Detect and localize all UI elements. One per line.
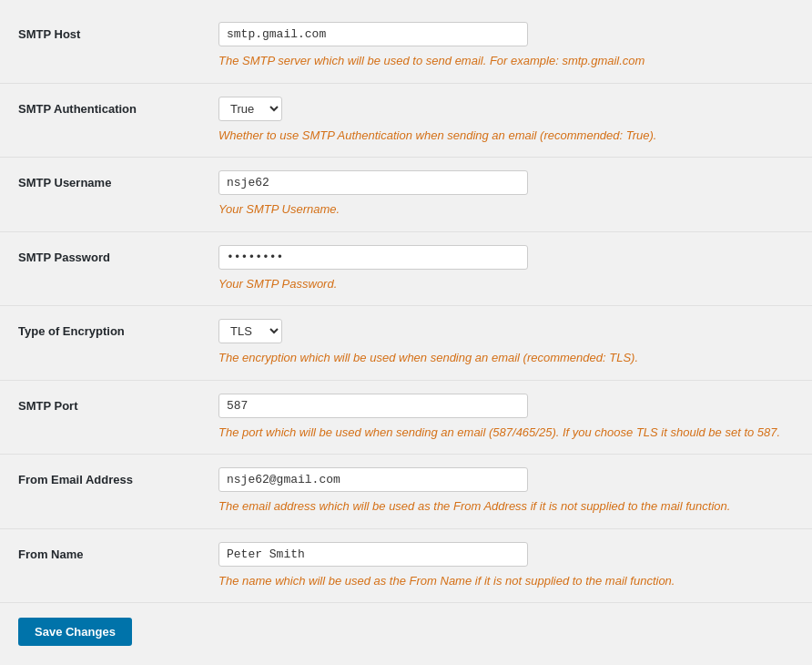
select-smtp-authentication[interactable]: TrueFalse <box>218 97 282 121</box>
save-row: Save Changes <box>0 603 812 660</box>
field-from-email: The email address which will be used as … <box>218 467 794 516</box>
label-smtp-port: SMTP Port <box>18 394 218 413</box>
row-smtp-port: SMTP PortThe port which will be used whe… <box>0 381 812 455</box>
label-from-email: From Email Address <box>18 467 218 486</box>
row-from-email: From Email AddressThe email address whic… <box>0 455 812 529</box>
hint-smtp-port: The port which will be used when sending… <box>218 424 794 442</box>
hint-from-email: The email address which will be used as … <box>218 497 794 516</box>
row-encryption-type: Type of EncryptionTLSSSLNoneThe encrypti… <box>0 306 812 381</box>
hint-smtp-password: Your SMTP Password. <box>218 275 794 293</box>
label-from-name: From Name <box>18 542 218 561</box>
row-smtp-password: SMTP PasswordYour SMTP Password. <box>0 232 812 307</box>
input-smtp-host[interactable] <box>218 22 528 46</box>
input-smtp-port[interactable] <box>218 394 528 418</box>
label-smtp-password: SMTP Password <box>18 245 218 264</box>
field-smtp-host: The SMTP server which will be used to se… <box>218 22 794 70</box>
label-smtp-username: SMTP Username <box>18 170 218 189</box>
input-smtp-username[interactable] <box>218 170 528 195</box>
field-encryption-type: TLSSSLNoneThe encryption which will be u… <box>218 319 794 367</box>
settings-form: SMTP HostThe SMTP server which will be u… <box>0 0 812 665</box>
field-smtp-authentication: TrueFalseWhether to use SMTP Authenticat… <box>218 97 794 145</box>
hint-from-name: The name which will be used as the From … <box>218 572 794 590</box>
input-from-name[interactable] <box>218 542 528 567</box>
input-from-email[interactable] <box>218 467 528 492</box>
select-encryption-type[interactable]: TLSSSLNone <box>218 319 282 343</box>
save-changes-button[interactable]: Save Changes <box>18 618 132 646</box>
input-smtp-password[interactable] <box>218 245 528 270</box>
hint-smtp-authentication: Whether to use SMTP Authentication when … <box>218 127 794 145</box>
field-smtp-username: Your SMTP Username. <box>218 170 794 219</box>
hint-smtp-host: The SMTP server which will be used to se… <box>218 52 794 70</box>
label-smtp-host: SMTP Host <box>18 22 218 41</box>
hint-smtp-username: Your SMTP Username. <box>218 200 794 219</box>
field-smtp-port: The port which will be used when sending… <box>218 394 794 442</box>
field-smtp-password: Your SMTP Password. <box>218 245 794 293</box>
row-from-name: From NameThe name which will be used as … <box>0 529 812 604</box>
field-from-name: The name which will be used as the From … <box>218 542 794 590</box>
hint-encryption-type: The encryption which will be used when s… <box>218 349 794 367</box>
row-smtp-username: SMTP UsernameYour SMTP Username. <box>0 158 812 232</box>
label-encryption-type: Type of Encryption <box>18 319 218 338</box>
row-smtp-authentication: SMTP AuthenticationTrueFalseWhether to u… <box>0 84 812 159</box>
label-smtp-authentication: SMTP Authentication <box>18 97 218 116</box>
row-smtp-host: SMTP HostThe SMTP server which will be u… <box>0 9 812 84</box>
